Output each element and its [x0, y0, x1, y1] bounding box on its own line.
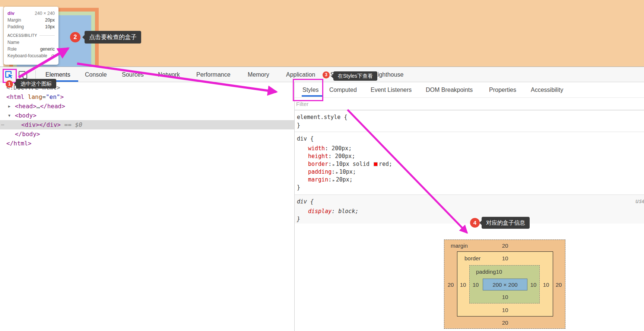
tooltip-margin-value: 20px: [45, 17, 55, 23]
tree-row[interactable]: </body>: [0, 129, 294, 139]
step-tip-1: 选中这个图标: [16, 79, 56, 89]
box-model-margin-bottom: 20: [502, 319, 508, 326]
css-property-name[interactable]: margin: [308, 176, 328, 183]
code-token: <html: [6, 93, 28, 100]
box-model-margin-label: margin: [451, 242, 468, 249]
tooltip-a11y-role-label: Role: [7, 46, 17, 52]
expanded-icon[interactable]: ▼: [8, 111, 10, 120]
color-swatch[interactable]: [374, 162, 378, 166]
tab-network[interactable]: Network: [158, 67, 180, 82]
code-token: </head>: [40, 103, 65, 110]
tab-lighthouse[interactable]: Lighthouse: [374, 67, 403, 82]
code-token: <body>: [15, 112, 37, 119]
code-token: <div></div>: [21, 121, 61, 128]
box-model-padding-bottom: 10: [502, 294, 508, 300]
css-declaration[interactable]: height: 200px;: [308, 152, 355, 160]
tab-sources[interactable]: Sources: [122, 67, 144, 82]
css-rule: div {user agent stylesheetdisplay: block…: [295, 195, 644, 224]
code-token: ==: [61, 121, 75, 128]
css-closing-brace: }: [297, 215, 300, 223]
css-closing-brace: }: [297, 184, 300, 192]
code-token: >: [60, 93, 64, 100]
stylesheet-origin-link[interactable]: user agent stylesheet: [635, 198, 644, 205]
expand-shorthand-icon[interactable]: ▶: [336, 171, 338, 174]
sidebar-tab-row: StylesComputedEvent ListenersDOM Breakpo…: [295, 82, 644, 98]
css-property-name[interactable]: height: [308, 153, 328, 160]
tree-row[interactable]: ⋯<div></div> == $0: [0, 120, 294, 129]
box-model-content-size: 200 × 200: [492, 282, 517, 288]
css-declaration[interactable]: padding:▶10px;: [308, 168, 356, 176]
css-property-name[interactable]: display: [308, 208, 331, 215]
not-focusable-icon: ⊘: [51, 52, 55, 59]
tree-row[interactable]: </html>: [0, 139, 294, 148]
code-token: <head>: [15, 103, 37, 110]
step-badge-3: 3: [323, 71, 330, 78]
css-closing-brace: }: [297, 122, 300, 129]
step-tip-3: 在Styles下查看: [333, 71, 377, 81]
element-info-tooltip: div 240 × 240 Margin 20px Padding 10px A…: [4, 7, 58, 65]
css-rule: element.style {}: [295, 110, 644, 132]
css-selector[interactable]: div {: [297, 135, 314, 143]
tooltip-dimensions: 240 × 240: [35, 10, 55, 17]
box-model-diagram: 200 × 200 margin border padding10 20 10 …: [444, 240, 565, 329]
sidebar-tab-dom-breakpoints[interactable]: DOM Breakpoints: [426, 82, 473, 98]
tooltip-accessibility-title: ACCESSIBILITY: [7, 33, 37, 38]
box-model-border-left: 10: [460, 282, 466, 288]
tab-console[interactable]: Console: [85, 67, 107, 82]
devtools-panel: ElementsConsoleSourcesNetworkPerformance…: [0, 67, 644, 331]
css-property-name[interactable]: width: [308, 145, 325, 152]
css-selector[interactable]: div {: [297, 198, 314, 206]
css-property-name[interactable]: border: [308, 161, 328, 167]
tab-memory[interactable]: Memory: [248, 67, 269, 82]
css-declaration[interactable]: border:▶10px solid red;: [308, 160, 392, 168]
box-model-margin-left: 20: [448, 282, 454, 288]
code-token: =: [42, 93, 46, 100]
step-badge-1: 1: [6, 80, 13, 88]
code-token: </body>: [15, 131, 40, 138]
collapsed-icon[interactable]: ▶: [8, 102, 10, 111]
css-declaration[interactable]: display: block;: [308, 208, 358, 215]
box-model-border-top: 10: [502, 255, 508, 261]
tooltip-a11y-focusable-label: Keyboard-focusable: [7, 52, 47, 59]
styles-filter-input[interactable]: [296, 99, 639, 109]
box-model-border-bottom: 10: [502, 307, 508, 313]
code-token: $0: [75, 121, 82, 128]
sidebar-tab-accessibility[interactable]: Accessibility: [531, 82, 563, 98]
step-badge-2: 2: [70, 32, 80, 42]
tooltip-padding-value: 10px: [45, 23, 55, 30]
box-model-padding-left: 10: [473, 282, 479, 288]
elements-tree-panel: <!DOCTYPE html><html lang="en">▶<head>…<…: [0, 82, 294, 331]
tree-row[interactable]: <html lang="en">: [0, 92, 294, 102]
styles-filter-row: [295, 98, 644, 110]
sidebar-tab-event-listeners[interactable]: Event Listeners: [371, 82, 412, 98]
step-tip-4: 对应的盒子信息: [482, 217, 530, 229]
tab-performance[interactable]: Performance: [196, 67, 231, 82]
tooltip-margin-label: Margin: [7, 17, 21, 23]
sidebar-tab-computed[interactable]: Computed: [329, 82, 357, 98]
code-token: "en": [46, 93, 60, 100]
tooltip-a11y-name-label: Name: [7, 39, 19, 46]
code-token: lang: [28, 93, 42, 100]
tooltip-padding-label: Padding: [7, 23, 24, 30]
css-rule: div {width: 200px;height: 200px;border:▶…: [295, 132, 644, 195]
tree-gutter-icon[interactable]: ⋯: [1, 120, 4, 129]
step-tip-2: 点击要检查的盒子: [85, 31, 141, 44]
expand-shorthand-icon[interactable]: ▶: [333, 163, 334, 167]
css-declaration[interactable]: width: 200px;: [308, 145, 352, 152]
css-property-name[interactable]: padding: [308, 168, 331, 175]
toolbar-divider: [35, 70, 36, 79]
sidebar-tab-properties[interactable]: Properties: [489, 82, 516, 98]
tree-row[interactable]: ▼<body>: [0, 111, 294, 120]
css-selector[interactable]: element.style {: [297, 113, 347, 121]
box-model-padding-label: padding10: [476, 269, 502, 275]
styles-tab-highlight-box: [293, 79, 323, 101]
css-declaration[interactable]: margin:▶20px;: [308, 176, 353, 184]
tooltip-tag-name: div: [7, 10, 15, 17]
tree-row[interactable]: ▶<head>…</head>: [0, 102, 294, 111]
divider: [39, 35, 55, 36]
box-model-border-right: 10: [543, 282, 549, 288]
box-model-padding-right: 10: [530, 282, 537, 288]
expand-shorthand-icon[interactable]: ▶: [333, 179, 334, 182]
box-model-content[interactable]: 200 × 200: [483, 279, 527, 290]
page-edge-strip: [0, 7, 3, 67]
